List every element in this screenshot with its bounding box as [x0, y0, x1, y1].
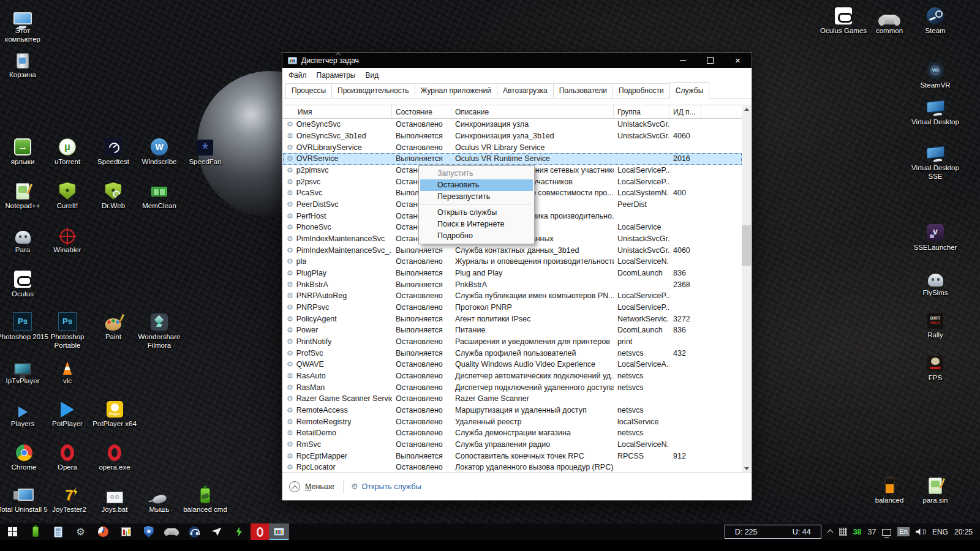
- desktop-icon-recycle-bin[interactable]: Корзина: [0, 48, 48, 80]
- desktop-icon-this-pc[interactable]: Этот компьютер: [0, 4, 48, 44]
- desktop-icon-potplayer[interactable]: PotPlayer: [42, 397, 93, 429]
- desktop-icon-oculus-games[interactable]: Oculus Games: [818, 4, 869, 36]
- table-row[interactable]: ⚙QWAVE Остановлено Quality Windows Audio…: [283, 359, 742, 370]
- desktop-icon-steam[interactable]: Steam: [910, 4, 961, 36]
- menu-item[interactable]: Параметры: [312, 71, 361, 80]
- context-menu-item[interactable]: Подробно: [420, 230, 533, 242]
- desktop-icon-flysims[interactable]: FlySims: [910, 266, 961, 298]
- table-row[interactable]: ⚙OneSyncSvc_3b1ed Выполняется Синхрониза…: [283, 130, 742, 142]
- desktop-icon-speedtest[interactable]: Speedtest: [88, 135, 139, 167]
- desktop-icon-mouse[interactable]: Мышь: [134, 482, 185, 514]
- start-button[interactable]: [1, 523, 24, 540]
- table-row[interactable]: ⚙OneSyncSvc Остановлено Синхронизация уз…: [283, 119, 742, 130]
- desktop-icon-opera-exe[interactable]: opera.exe: [89, 440, 140, 472]
- desktop-icon-speedfan[interactable]: SpeedFan: [179, 135, 231, 167]
- desktop-icon-memclean[interactable]: MemClean: [134, 179, 185, 211]
- table-row[interactable]: ⚙PimIndexMaintenanceSvc_... Выполняется …: [283, 244, 742, 256]
- desktop-icon-sselauncher[interactable]: SSELauncher: [910, 220, 961, 252]
- vertical-scrollbar[interactable]: [742, 105, 751, 473]
- column-header[interactable]: Группа: [614, 105, 669, 118]
- table-row[interactable]: ⚙OVRService Выполняется Oculus VR Runtim…: [283, 153, 742, 165]
- taskbar-gamepad-app[interactable]: [160, 523, 183, 540]
- desktop-icon-oculus[interactable]: Oculus: [0, 267, 48, 299]
- clock[interactable]: 20:25: [954, 528, 973, 536]
- table-row[interactable]: ⚙RemoteAccess Остановлено Маршрутизация …: [283, 405, 742, 416]
- desktop-icon-filmora[interactable]: Wondershare Filmora: [134, 310, 185, 350]
- desktop-icon-rally[interactable]: Rally: [910, 308, 961, 340]
- desktop-icon-virtual-desktop-sse[interactable]: Virtual Desktop SSE: [910, 141, 961, 181]
- table-row[interactable]: ⚙RpcEptMapper Выполняется Сопоставитель …: [283, 450, 742, 462]
- table-row[interactable]: ⚙Razer Game Scanner Service Остановлено …: [283, 393, 742, 405]
- taskbar-speedfan-app[interactable]: ⚙: [69, 523, 92, 540]
- taskbar-cursor-app[interactable]: [205, 523, 228, 540]
- desktop-icon-drweb[interactable]: Dr.Web: [88, 179, 139, 211]
- taskbar-task-manager-active[interactable]: [269, 523, 289, 540]
- scroll-up-arrow[interactable]: [742, 105, 751, 114]
- tab[interactable]: Журнал приложений: [415, 83, 497, 98]
- table-row[interactable]: ⚙PolicyAgent Выполняется Агент политики …: [283, 313, 742, 324]
- language-badge[interactable]: En: [897, 527, 909, 536]
- table-row[interactable]: ⚙Power Выполняется Питание DcomLaunch 83…: [283, 324, 742, 336]
- taskbar-calculator-app[interactable]: [47, 523, 69, 540]
- tab[interactable]: Автозагрузка: [497, 83, 554, 98]
- desktop-icon-windscribe[interactable]: Windscribe: [134, 135, 185, 167]
- language-indicator[interactable]: ENG: [932, 528, 948, 536]
- desktop-icon-vlc[interactable]: vlc: [42, 354, 93, 386]
- table-row[interactable]: ⚙PNRPAutoReg Остановлено Служба публикац…: [283, 290, 742, 302]
- open-services-link[interactable]: Открыть службы: [362, 482, 421, 491]
- taskbar-voicechat-app[interactable]: [183, 523, 205, 540]
- desktop-icon-potplayer-x64[interactable]: PotPlayer x64: [89, 397, 140, 429]
- desktop-icon-photoshop-portable[interactable]: Photoshop Portable: [42, 310, 93, 350]
- context-menu-item[interactable]: [421, 204, 532, 205]
- table-row[interactable]: ⚙OVRLibraryService Остановлено Oculus VR…: [283, 141, 742, 153]
- taskbar-power-app[interactable]: [228, 523, 251, 540]
- desktop-icon-balanced[interactable]: balanced: [864, 473, 915, 505]
- table-row[interactable]: ⚙PnkBstrA Выполняется PnkBstrA 2368: [283, 279, 742, 290]
- desktop-icon-cureit[interactable]: CureIt!: [42, 179, 93, 211]
- desktop-icon-total-uninstall[interactable]: Total Uninstall 5: [0, 482, 48, 514]
- desktop-icon-common[interactable]: common: [864, 4, 915, 36]
- table-row[interactable]: ⚙PlugPlay Выполняется Plug and Play Dcom…: [283, 268, 742, 279]
- column-header[interactable]: Состояние: [392, 105, 451, 118]
- column-header[interactable]: Описание: [451, 105, 614, 118]
- volume-icon[interactable]: )): [916, 528, 926, 536]
- column-header[interactable]: Имя: [283, 105, 392, 118]
- tab[interactable]: Производительность: [331, 83, 415, 98]
- tab[interactable]: Пользователи: [553, 83, 613, 98]
- table-row[interactable]: ⚙RetailDemo Остановлено Служба демонстра…: [283, 427, 742, 439]
- tray-expand-chevron-icon[interactable]: [827, 529, 833, 534]
- menu-item[interactable]: Файл: [284, 71, 312, 80]
- table-row[interactable]: ⚙PNRPsvc Остановлено Протокол PNRP Local…: [283, 302, 742, 313]
- network-meter-widget[interactable]: D: 225 U: 44: [725, 525, 821, 539]
- desktop-icon-balanced-cmd[interactable]: balanced cmd: [179, 482, 231, 514]
- taskbar-speedtest-app[interactable]: [92, 523, 115, 540]
- desktop-icon-paint[interactable]: Paint: [88, 310, 139, 342]
- title-bar[interactable]: Диспетчер задач ×: [282, 53, 752, 68]
- column-header[interactable]: ИД п...: [669, 105, 701, 118]
- taskbar-monitor-app[interactable]: [115, 523, 137, 540]
- table-row[interactable]: ⚙RmSvc Остановлено Служба управления рад…: [283, 439, 742, 451]
- tray-grid-icon[interactable]: [839, 528, 847, 536]
- context-menu-item[interactable]: Перезапустить: [420, 191, 533, 203]
- desktop-icon-winabler[interactable]: Winabler: [42, 223, 93, 255]
- taskbar-battery-app[interactable]: [24, 523, 47, 540]
- desktop-icon-virtual-desktop[interactable]: Virtual Desktop: [910, 95, 961, 127]
- collapse-chevron-icon[interactable]: [289, 481, 300, 492]
- desktop-icon-para-sin[interactable]: para.sin: [910, 473, 961, 505]
- taskbar-opera-active[interactable]: [251, 523, 269, 540]
- desktop-icon-utorrent[interactable]: uTorrent: [42, 135, 93, 167]
- table-row[interactable]: ⚙PrintNotify Остановлено Расширения и ув…: [283, 336, 742, 348]
- table-row[interactable]: ⚙ProfSvc Выполняется Служба профилей пол…: [283, 347, 742, 359]
- table-row[interactable]: ⚙pla Остановлено Журналы и оповещения пр…: [283, 256, 742, 268]
- desktop-icon-opera[interactable]: Opera: [42, 440, 93, 472]
- taskbar-antivirus-app[interactable]: [137, 523, 160, 540]
- context-menu-item[interactable]: Открыть службы: [420, 207, 533, 219]
- desktop-icon-steamvr[interactable]: SteamVR: [910, 58, 961, 90]
- tab[interactable]: Процессы: [285, 83, 332, 98]
- minimize-button[interactable]: [669, 53, 696, 68]
- context-menu-item[interactable]: Остановить: [420, 179, 533, 191]
- network-icon[interactable]: [882, 529, 891, 536]
- maximize-button[interactable]: [696, 53, 724, 68]
- scrollbar-thumb[interactable]: [742, 225, 751, 266]
- tab[interactable]: Подробности: [612, 83, 670, 98]
